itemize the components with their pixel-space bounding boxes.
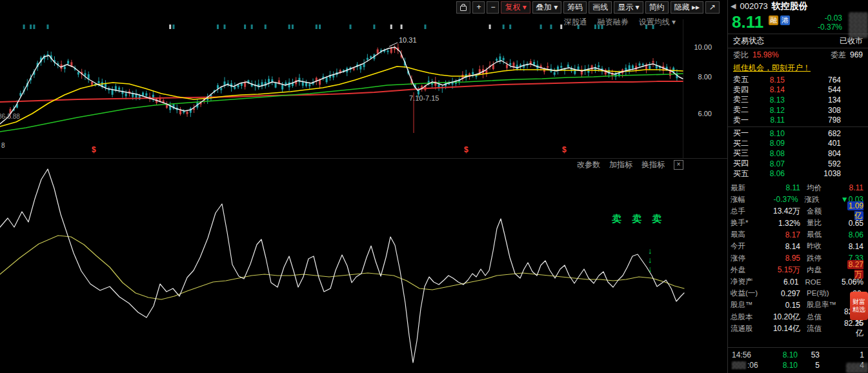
tick-price: 8.10 bbox=[773, 361, 798, 370]
sell-signal-label: 卖 卖 卖 bbox=[612, 213, 665, 225]
ask-label: 卖一 bbox=[733, 115, 754, 126]
stat-label: 最低 bbox=[807, 230, 844, 239]
stat-label: 总值 bbox=[807, 312, 844, 322]
hk-connect-badge[interactable]: 港 bbox=[780, 15, 790, 25]
bid-queue: 买一8.10682买二8.09401买三8.08804买四8.07592买五8.… bbox=[728, 128, 868, 179]
market-link-0[interactable]: 深股通 bbox=[564, 17, 587, 28]
bid-volume: 401 bbox=[785, 139, 863, 148]
stat-label: 总手 bbox=[731, 207, 767, 216]
bid-volume: 592 bbox=[785, 159, 863, 168]
stat-value-text: -0.37% bbox=[774, 195, 798, 204]
ask-queue: 卖五8.15764卖四8.14544卖三8.13134卖二8.12308卖一8.… bbox=[728, 75, 868, 125]
stat-value-text: 10.14亿 bbox=[773, 324, 800, 333]
tick-price: 8.10 bbox=[773, 350, 798, 359]
order-book-bid-row[interactable]: 买一8.10682 bbox=[728, 128, 868, 139]
stock-badges: 融 港 bbox=[769, 15, 790, 25]
stat-label: 昨收 bbox=[807, 241, 844, 251]
stat-value-text: 8.17 bbox=[785, 230, 800, 239]
market-links: 深股通融资融券设置均线 ▾ bbox=[564, 17, 676, 28]
quote-panel: ◀ 002073 软控股份 8.11 融 港 -0.03 -0.37% 交易状态… bbox=[727, 0, 868, 373]
stat-value-text: 0.15 bbox=[785, 301, 800, 310]
order-book-bid-row[interactable]: 买二8.09401 bbox=[728, 139, 868, 149]
margin-trading-badge[interactable]: 融 bbox=[769, 15, 778, 25]
toolbar-button-0[interactable]: 复权 ▾ bbox=[501, 1, 530, 14]
toolbar-button-1[interactable]: 叠加 ▾ bbox=[532, 1, 561, 14]
toolbar-button-2[interactable]: 筹码 bbox=[563, 1, 587, 14]
tick-time: 14:56 bbox=[732, 350, 773, 359]
stat-value: 8.11 bbox=[767, 183, 800, 192]
tick-volume: 53 bbox=[798, 350, 820, 359]
stat-value-text: 0.65 bbox=[849, 219, 863, 228]
market-link-2[interactable]: 设置均线 ▾ bbox=[639, 17, 676, 28]
promo-float-badge[interactable]: 财富 精选 bbox=[850, 292, 868, 320]
order-book-bid-row[interactable]: 买四8.07592 bbox=[728, 159, 868, 169]
indicator-menu-1[interactable]: 加指标 bbox=[609, 159, 632, 170]
stat-row: 最新8.11均价8.11 bbox=[728, 182, 868, 194]
order-book-ask-row[interactable]: 卖三8.13134 bbox=[728, 95, 868, 105]
stat-label: 净资产 bbox=[731, 277, 766, 287]
order-book-ask-row[interactable]: 卖二8.12308 bbox=[728, 105, 868, 116]
price-change-pct: -0.37% bbox=[818, 23, 842, 32]
stat-row: 净资产6.01ROE5.06% bbox=[728, 276, 868, 287]
stat-label: PE(动) bbox=[807, 288, 844, 298]
stock-code: 002073 bbox=[740, 1, 767, 11]
peak-price-label: 10.31 bbox=[399, 36, 417, 44]
ask-label: 卖二 bbox=[733, 105, 754, 116]
lock-button[interactable] bbox=[456, 1, 470, 14]
stat-value: 0.65 bbox=[844, 219, 863, 228]
event-dollar-icon[interactable]: $ bbox=[92, 145, 96, 154]
promo-badge-line1: 财富 bbox=[853, 298, 865, 306]
event-dollar-icon[interactable]: $ bbox=[464, 145, 469, 154]
stat-value: 82.25亿 bbox=[844, 319, 863, 339]
back-arrow-icon[interactable]: ◀ bbox=[731, 2, 736, 10]
price-row: 8.11 融 港 -0.03 -0.37% bbox=[728, 12, 868, 34]
event-dollar-icon[interactable]: $ bbox=[562, 145, 567, 154]
bid-label: 买五 bbox=[733, 168, 754, 179]
bid-label: 买一 bbox=[733, 128, 754, 139]
order-book-bid-row[interactable]: 买三8.08804 bbox=[728, 148, 868, 159]
stat-value: 13.42万 bbox=[767, 206, 800, 217]
price-change: -0.03 bbox=[818, 14, 842, 23]
ask-price: 8.11 bbox=[754, 116, 785, 125]
stat-value-text: 13.42万 bbox=[773, 207, 800, 216]
toolbar-button-6[interactable]: 隐藏 ▸▸ bbox=[671, 1, 703, 14]
order-book-ask-row[interactable]: 卖四8.14544 bbox=[728, 85, 868, 96]
zoom-in-button[interactable]: + bbox=[472, 1, 485, 14]
tick-row: 14:568.10531 bbox=[728, 350, 868, 360]
ask-volume: 798 bbox=[785, 116, 863, 125]
bid-label: 买二 bbox=[733, 138, 754, 149]
fullscreen-button[interactable]: ↗ bbox=[705, 1, 720, 14]
left-clipped-label: 86-5.88 bbox=[0, 113, 20, 120]
stat-value: 8.17 bbox=[767, 230, 800, 239]
order-book-ask-row[interactable]: 卖五8.15764 bbox=[728, 75, 868, 85]
stat-label: 今开 bbox=[731, 241, 767, 251]
stat-value-text: 8.06 bbox=[849, 230, 863, 239]
stat-row: 外盘5.15万内盘8.27万 bbox=[728, 264, 868, 276]
stat-value-text: 8.14 bbox=[849, 242, 863, 251]
chart-toolbar: + − 复权 ▾叠加 ▾筹码画线显示 ▾简约隐藏 ▸▸ ↗ bbox=[456, 1, 720, 14]
order-book-ask-row[interactable]: 卖一8.11798 bbox=[728, 115, 868, 125]
stat-value: 6.01 bbox=[766, 277, 799, 287]
stat-label: 换手* bbox=[731, 218, 767, 228]
zoom-out-button[interactable]: − bbox=[487, 1, 499, 14]
ask-volume: 308 bbox=[785, 106, 863, 115]
kline-chart-canvas[interactable] bbox=[0, 0, 727, 373]
ask-label: 卖四 bbox=[733, 85, 754, 96]
toolbar-button-4[interactable]: 显示 ▾ bbox=[614, 1, 643, 14]
indicator-menu-0[interactable]: 改参数 bbox=[577, 159, 600, 170]
stat-row: 总手13.42万金额1.09亿 bbox=[728, 205, 868, 217]
lock-icon bbox=[460, 6, 467, 11]
bid-price: 8.10 bbox=[754, 129, 785, 138]
toolbar-button-3[interactable]: 画线 bbox=[589, 1, 612, 14]
stat-row: 最高8.17最低8.06 bbox=[728, 229, 868, 241]
toolbar-button-5[interactable]: 简约 bbox=[645, 1, 669, 14]
bid-price: 8.08 bbox=[754, 149, 785, 158]
close-indicator-button[interactable]: × bbox=[674, 160, 683, 170]
open-account-link[interactable]: 抓住机会，即刻开户！ bbox=[733, 63, 811, 74]
bid-volume: 1038 bbox=[785, 169, 863, 178]
market-link-1[interactable]: 融资融券 bbox=[598, 17, 629, 28]
indicator-menu-2[interactable]: 换指标 bbox=[641, 159, 665, 170]
order-book-bid-row[interactable]: 买五8.061038 bbox=[728, 168, 868, 179]
weibi-label: 委比 bbox=[733, 50, 749, 61]
blur-patch bbox=[732, 361, 746, 369]
